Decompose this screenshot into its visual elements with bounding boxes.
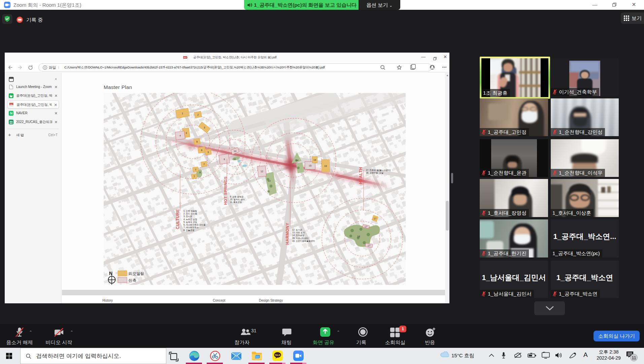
svg-text:10. 일자리 센터: 10. 일자리 센터 [230,198,245,201]
svg-text:3: 3 [204,126,205,129]
svg-text:HARMONY: HARMONY [285,223,290,245]
svg-text:HEALTH: HEALTH [359,167,363,184]
svg-text:17: 17 [368,244,370,247]
svg-text:9: 9 [224,158,225,161]
svg-text:7. 게스트하우스: 7. 게스트하우스 [183,226,199,229]
svg-text:4: 4 [179,134,181,137]
svg-text:9. 온천 문학관: 9. 온천 문학관 [230,195,244,198]
svg-text:2. 전시 관리동: 2. 전시 관리동 [183,212,197,215]
svg-text:리모델링: 리모델링 [129,272,144,276]
svg-text:1: 1 [182,112,183,115]
svg-text:14. 조각광장: 14. 조각광장 [292,234,304,237]
svg-text:11: 11 [233,157,236,160]
svg-text:15: 15 [309,164,311,167]
svg-text:17: 17 [374,217,376,220]
svg-text:PDF: PDF [183,57,187,59]
svg-text:17. 치유의 숲(웰니스센터): 17. 치유의 숲(웰니스센터) [366,169,391,172]
svg-text:5. 임욕제 공방: 5. 임욕제 공방 [183,221,197,223]
svg-text:7: 7 [194,175,195,178]
svg-text:6. 게스트하우스 관리동: 6. 게스트하우스 관리동 [183,223,205,226]
svg-text:17: 17 [365,225,367,228]
svg-text:5: 5 [196,140,198,143]
svg-text:16: 16 [324,164,327,168]
svg-text:HOT SPRINGS: HOT SPRINGS [224,176,228,205]
svg-text:CULTURE: CULTURE [175,209,180,229]
svg-text:14: 14 [296,159,298,162]
svg-text:15. 커뮤니티센터: 15. 커뮤니티센터 [292,237,308,239]
svg-text:18: 18 [357,235,360,238]
svg-text:6: 6 [201,149,202,152]
svg-text:12. 도서관: 12. 도서관 [292,229,302,231]
svg-text:10: 10 [234,150,236,153]
svg-text:7: 7 [195,168,196,171]
svg-text:PDF: PDF [10,103,13,105]
svg-text:3: 3 [185,131,187,134]
svg-text:13. 야외 도서: 13. 야외 도서 [292,231,305,234]
svg-text:3. 전시관: 3. 전시관 [183,215,193,217]
svg-text:8: 8 [199,171,201,174]
svg-text:1. 온천 체험탕: 1. 온천 체험탕 [183,210,197,212]
svg-text:8. 안뜰공원: 8. 안뜰공원 [183,229,194,232]
svg-text:신축: 신축 [129,278,136,282]
svg-text:7: 7 [203,163,205,166]
svg-text:3: 3 [207,151,209,154]
svg-text:16. 노인디문화돌봄센터: 16. 노인디문화돌봄센터 [292,240,315,242]
svg-text:TALK: TALK [275,354,280,356]
svg-text:16: 16 [313,158,316,161]
svg-text:11. 족욕공원: 11. 족욕공원 [230,201,242,204]
svg-text:2: 2 [197,113,199,116]
svg-text:4. 뉴트로 상점: 4. 뉴트로 상점 [183,218,197,221]
svg-text:12: 12 [261,170,263,173]
svg-text:18. 공유텃밭, 온실: 18. 공유텃밭, 온실 [366,172,383,174]
svg-text:13: 13 [268,179,270,182]
